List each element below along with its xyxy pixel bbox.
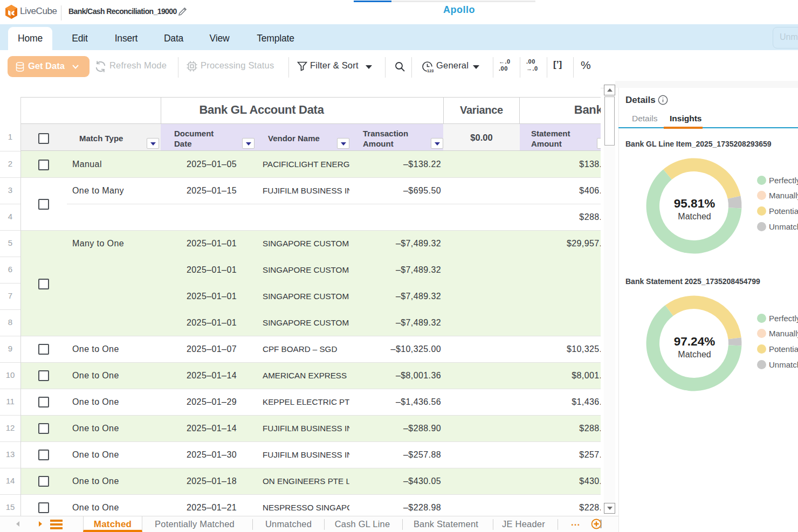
svg-text:123: 123 (427, 68, 434, 73)
